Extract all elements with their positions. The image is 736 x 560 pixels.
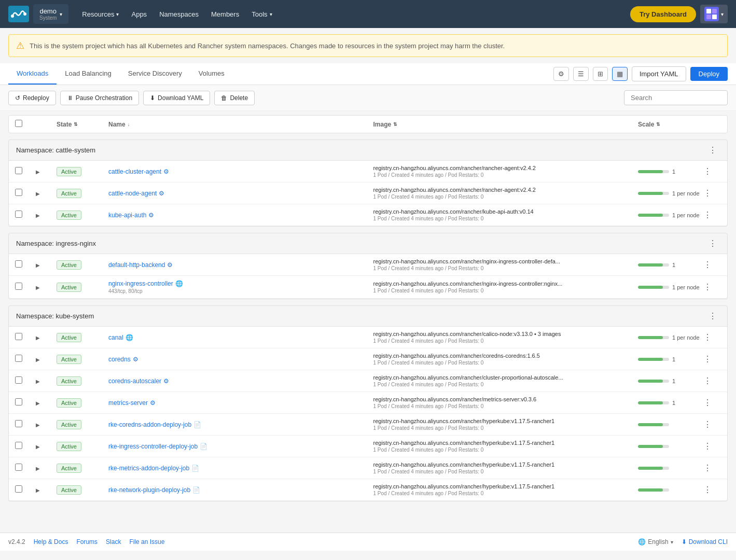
play-button[interactable]: ▶ — [36, 357, 40, 362]
view-group-button[interactable]: ⊞ — [593, 67, 608, 81]
namespace-more-button[interactable]: ⋮ — [705, 144, 720, 156]
file-issue-link[interactable]: File an Issue — [129, 538, 164, 545]
tab-service-discovery[interactable]: Service Discovery — [120, 63, 190, 85]
row-checkbox[interactable] — [15, 260, 22, 268]
row-checkbox[interactable] — [15, 485, 22, 493]
workload-name-link[interactable]: cattle-cluster-agent ⚙ — [108, 168, 373, 175]
nav-tools[interactable]: Tools ▾ — [246, 7, 277, 21]
row-more-button[interactable]: ⋮ — [700, 440, 715, 452]
select-all-checkbox[interactable] — [15, 120, 22, 127]
play-button[interactable]: ▶ — [36, 444, 40, 450]
row-more-button[interactable]: ⋮ — [700, 418, 715, 430]
forums-link[interactable]: Forums — [76, 538, 98, 545]
row-checkbox[interactable] — [15, 211, 22, 218]
image-name: registry.cn-hangzhou.aliyuncs.com/ranche… — [373, 440, 555, 446]
play-button[interactable]: ▶ — [36, 466, 40, 471]
workload-name-link[interactable]: metrics-server ⚙ — [108, 399, 373, 407]
workload-name-link[interactable]: rke-ingress-controller-deploy-job 📄 — [108, 443, 373, 450]
row-checkbox[interactable] — [15, 398, 22, 405]
workload-name-link[interactable]: coredns-autoscaler ⚙ — [108, 377, 373, 385]
play-button[interactable]: ▶ — [36, 169, 40, 175]
nav-resources[interactable]: Resources ▾ — [77, 7, 124, 21]
row-checkbox[interactable] — [15, 442, 22, 449]
search-input[interactable] — [624, 90, 728, 105]
row-checkbox-cell — [15, 355, 36, 363]
deploy-button[interactable]: Deploy — [690, 67, 728, 81]
workload-name-link[interactable]: default-http-backend ⚙ — [108, 261, 373, 269]
view-table-button[interactable]: ▦ — [612, 67, 628, 81]
delete-button[interactable]: 🗑 Delete — [214, 91, 255, 105]
language-selector[interactable]: 🌐 English ▾ — [638, 538, 673, 545]
nav-apps[interactable]: Apps — [126, 7, 152, 21]
row-more-button[interactable]: ⋮ — [700, 331, 715, 343]
image-cell: registry.cn-hangzhou.aliyuncs.com/ranche… — [373, 281, 638, 293]
avatar-button[interactable]: ▾ — [700, 5, 728, 23]
scale-cell: 1 — [638, 169, 700, 175]
import-yaml-button[interactable]: Import YAML — [632, 66, 686, 81]
row-more-button[interactable]: ⋮ — [700, 259, 715, 271]
header-name-col[interactable]: Name ↓ — [108, 121, 373, 128]
help-docs-link[interactable]: Help & Docs — [34, 538, 68, 545]
row-checkbox[interactable] — [15, 355, 22, 362]
row-more-button[interactable]: ⋮ — [700, 165, 715, 177]
row-checkbox[interactable] — [15, 283, 22, 290]
namespace-more-button[interactable]: ⋮ — [705, 310, 720, 322]
redeploy-button[interactable]: ↺ Redeploy — [8, 91, 56, 105]
row-checkbox[interactable] — [15, 464, 22, 471]
row-more-button[interactable]: ⋮ — [700, 484, 715, 496]
row-more-button[interactable]: ⋮ — [700, 281, 715, 293]
demo-system-button[interactable]: demo System ▾ — [33, 4, 68, 24]
image-cell: registry.cn-hangzhou.aliyuncs.com/ranche… — [373, 418, 638, 431]
view-settings-button[interactable]: ⚙ — [553, 67, 569, 81]
row-more-button[interactable]: ⋮ — [700, 353, 715, 365]
workload-name-link[interactable]: rke-coredns-addon-deploy-job 📄 — [108, 421, 373, 428]
header-scale-col[interactable]: Scale ⇅ — [638, 121, 700, 128]
workload-name-link[interactable]: coredns ⚙ — [108, 356, 373, 363]
row-checkbox[interactable] — [15, 333, 22, 340]
play-button[interactable]: ▶ — [36, 285, 40, 290]
workload-name-link[interactable]: kube-api-auth ⚙ — [108, 212, 373, 219]
try-dashboard-button[interactable]: Try Dashboard — [630, 6, 696, 22]
download-cli-link[interactable]: ⬇ Download CLI — [682, 538, 728, 545]
nav-namespaces[interactable]: Namespaces — [154, 7, 204, 21]
pause-orchestration-button[interactable]: ⏸ Pause Orchestration — [60, 91, 139, 105]
row-checkbox-cell — [15, 398, 36, 407]
play-button[interactable]: ▶ — [36, 335, 40, 341]
row-checkbox[interactable] — [15, 420, 22, 427]
slack-link[interactable]: Slack — [106, 538, 121, 545]
status-badge: Active — [57, 398, 81, 408]
row-checkbox[interactable] — [15, 189, 22, 196]
workload-icon: ⚙ — [163, 168, 169, 175]
scale-bar-fill — [638, 488, 663, 492]
nav-members[interactable]: Members — [206, 7, 244, 21]
tab-workloads[interactable]: Workloads — [8, 63, 57, 85]
namespace-more-button[interactable]: ⋮ — [705, 237, 720, 249]
play-button[interactable]: ▶ — [36, 191, 40, 197]
play-button[interactable]: ▶ — [36, 262, 40, 268]
header-state-col[interactable]: State ⇅ — [57, 121, 108, 128]
row-more-button[interactable]: ⋮ — [700, 187, 715, 199]
play-button[interactable]: ▶ — [36, 422, 40, 428]
row-more-button[interactable]: ⋮ — [700, 462, 715, 474]
row-more-button[interactable]: ⋮ — [700, 209, 715, 221]
tab-actions: ⚙ ☰ ⊞ ▦ Import YAML Deploy — [553, 66, 728, 81]
play-button[interactable]: ▶ — [36, 487, 40, 493]
play-button[interactable]: ▶ — [36, 400, 40, 406]
play-button[interactable]: ▶ — [36, 213, 40, 218]
workload-name-link[interactable]: rke-metrics-addon-deploy-job 📄 — [108, 465, 373, 472]
tab-load-balancing[interactable]: Load Balancing — [57, 63, 120, 85]
workload-name-link[interactable]: nginx-ingress-controller 🌐 — [108, 280, 373, 287]
workload-name-link[interactable]: rke-network-plugin-deploy-job 📄 — [108, 486, 373, 494]
header-image-col[interactable]: Image ⇅ — [373, 121, 638, 128]
scale-number: 1 — [672, 262, 675, 268]
download-yaml-button[interactable]: ⬇ Download YAML — [143, 91, 210, 105]
workload-name-link[interactable]: cattle-node-agent ⚙ — [108, 190, 373, 197]
tab-volumes[interactable]: Volumes — [190, 63, 233, 85]
row-more-button[interactable]: ⋮ — [700, 397, 715, 409]
view-list-button[interactable]: ☰ — [573, 67, 589, 81]
row-checkbox[interactable] — [15, 167, 22, 174]
play-button[interactable]: ▶ — [36, 379, 40, 384]
row-checkbox[interactable] — [15, 376, 22, 384]
workload-name-link[interactable]: canal 🌐 — [108, 334, 373, 341]
row-more-button[interactable]: ⋮ — [700, 375, 715, 387]
